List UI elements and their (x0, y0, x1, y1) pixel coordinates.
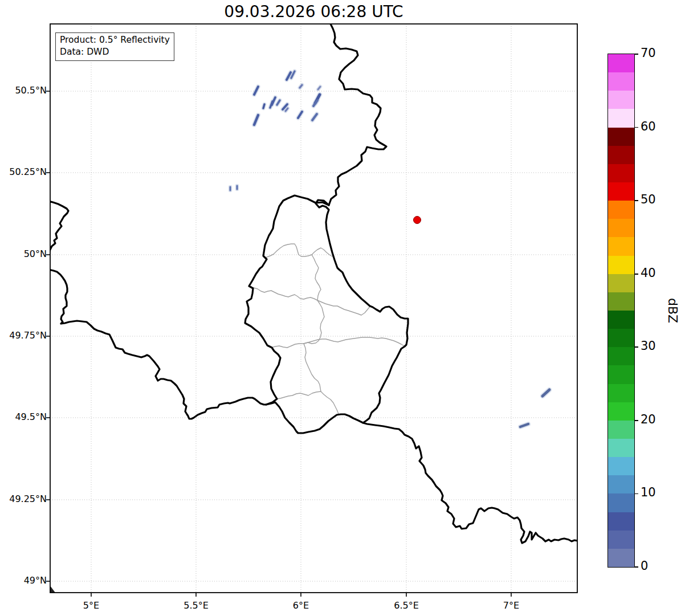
colorbar-tick-mark (634, 566, 638, 568)
colorbar-tick-label: 40 (641, 266, 656, 280)
colorbar-segment (608, 311, 634, 329)
canton-border-line (304, 255, 324, 344)
colorbar-label: dBZ (664, 288, 680, 333)
colorbar-segment (608, 164, 634, 182)
colorbar-segment (608, 109, 634, 127)
colorbar-segment (608, 201, 634, 219)
gridlines (50, 24, 577, 593)
canton-border-line (266, 244, 332, 258)
colorbar-tick-label: 10 (641, 486, 656, 499)
colorbar-segment (608, 384, 634, 402)
colorbar-tick-mark (634, 420, 638, 421)
colorbar-tick-mark (634, 274, 638, 275)
info-box-source: Data: DWD (60, 46, 170, 58)
y-tick-label: 49.5°N (0, 411, 47, 422)
colorbar-segment (608, 256, 634, 274)
colorbar-segment (608, 457, 634, 475)
colorbar-tick-label: 0 (641, 559, 648, 573)
colorbar-segment (608, 274, 634, 292)
colorbar-segment (608, 365, 634, 384)
map-plot (0, 0, 685, 616)
colorbar-segment (608, 439, 634, 457)
info-box: Product: 0.5° Reflectivity Data: DWD (55, 32, 174, 61)
border-corner-fragment (50, 586, 55, 593)
colorbar-segment (608, 292, 634, 311)
colorbar-segment (608, 91, 634, 109)
radar-figure: 09.03.2026 06:28 UTC (0, 0, 685, 616)
colorbar-segment (608, 531, 634, 549)
colorbar-segment (608, 329, 634, 347)
info-box-product: Product: 0.5° Reflectivity (60, 34, 170, 46)
colorbar-segment (608, 146, 634, 164)
colorbar-segment (608, 402, 634, 421)
colorbar-segment (608, 493, 634, 512)
colorbar-tick-label: 30 (641, 339, 656, 353)
y-tick-label: 50.5°N (0, 85, 47, 96)
colorbar-segment (608, 421, 634, 439)
canton-border-line (267, 344, 304, 348)
axis-tick-marks (46, 91, 511, 597)
y-tick-label: 49°N (0, 575, 47, 586)
x-tick-label: 6.5°E (381, 600, 432, 611)
colorbar-tick-mark (634, 127, 638, 128)
border-france-belgium-givet (48, 201, 68, 256)
colorbar-tick-label: 70 (641, 46, 656, 60)
x-tick-label: 5°E (66, 600, 117, 611)
colorbar-tick-mark (634, 200, 638, 201)
colorbar-segment (608, 219, 634, 237)
plot-frame (50, 24, 577, 593)
border-france-germany (363, 423, 577, 543)
border-luxembourg (245, 195, 408, 433)
canton-border-line (276, 391, 321, 399)
colorbar-tick-label: 50 (641, 193, 656, 206)
colorbar-segment (608, 347, 634, 365)
colorbar-segment (608, 237, 634, 255)
colorbar-tick-label: 20 (641, 413, 656, 426)
y-tick-label: 49.25°N (0, 493, 47, 504)
colorbar-segment (608, 182, 634, 201)
y-tick-label: 50°N (0, 248, 47, 259)
border-france-belgium (48, 270, 266, 419)
x-tick-label: 6°E (275, 600, 327, 611)
canton-border-line (304, 344, 339, 414)
x-tick-label: 7°E (486, 600, 537, 611)
colorbar-tick-label: 60 (641, 120, 656, 133)
country-borders (48, 24, 577, 593)
canton-border-line (254, 288, 317, 300)
border-belgium-germany (329, 24, 386, 205)
canton-border-line (317, 300, 370, 315)
canton-border-line (304, 337, 404, 346)
colorbar-segment (608, 54, 634, 72)
radar-echo (263, 104, 264, 108)
y-tick-label: 49.75°N (0, 330, 47, 341)
colorbar-tick-mark (634, 493, 638, 495)
x-tick-label: 5.5°E (170, 600, 222, 611)
colorbar-segment (608, 475, 634, 493)
y-tick-label: 50.25°N (0, 166, 47, 177)
colorbar-segment (608, 128, 634, 146)
colorbar-segment (608, 549, 634, 567)
colorbar-segment (608, 72, 634, 91)
colorbar-tick-mark (634, 54, 638, 55)
colorbar-segment (608, 512, 634, 531)
colorbar-tick-mark (634, 346, 638, 348)
location-marker (414, 217, 421, 224)
colorbar (608, 54, 634, 567)
